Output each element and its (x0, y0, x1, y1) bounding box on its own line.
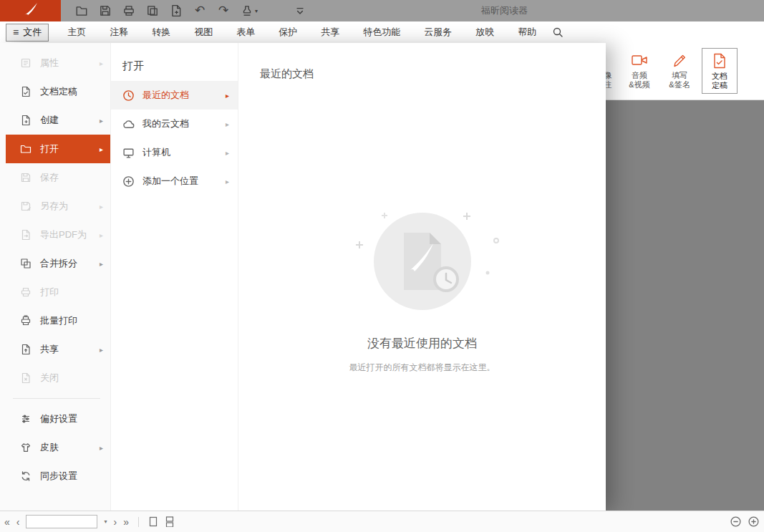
chevron-right-icon: ▸ (226, 178, 229, 185)
undo-icon[interactable]: ↶ (193, 4, 206, 17)
tab-cloud-service[interactable]: 云服务 (424, 26, 452, 39)
file-menu-item-export-pdf[interactable]: 导出PDF为 ▸ (6, 221, 110, 249)
chevron-right-icon: ▸ (100, 346, 103, 354)
item-label: 偏好设置 (40, 412, 77, 425)
item-label: 添加一个位置 (142, 175, 198, 188)
item-label: 另存为 (40, 200, 68, 213)
ribbon-tabs: 主页 注释 转换 视图 表单 保护 共享 特色功能 云服务 放映 帮助 (67, 26, 536, 39)
page-dropdown-caret-icon[interactable]: ▾ (104, 518, 107, 525)
tab-help[interactable]: 帮助 (518, 26, 536, 39)
zoom-out-button[interactable] (730, 516, 742, 528)
ribbon-button-label: &视频 (629, 80, 649, 90)
new-document-icon[interactable] (170, 4, 183, 17)
ribbon-button-label: 音频 (632, 71, 647, 80)
copy-document-icon[interactable] (146, 4, 159, 17)
tab-home[interactable]: 主页 (67, 26, 86, 39)
file-menu-item-save[interactable]: 保存 (6, 163, 110, 192)
save-icon[interactable] (99, 4, 112, 17)
item-label: 打印 (40, 286, 59, 299)
file-menu-item-properties[interactable]: 属性 ▸ (6, 49, 110, 77)
tab-view[interactable]: 视图 (194, 26, 213, 39)
file-menu-item-share[interactable]: 共享 ▸ (6, 335, 110, 364)
preferences-icon (20, 413, 32, 425)
item-label: 合并拆分 (40, 257, 77, 270)
file-menu-item-print[interactable]: 打印 (6, 278, 110, 306)
caret-down-icon: ▾ (255, 8, 258, 14)
add-place-icon (122, 175, 135, 188)
file-menu-overlay: 属性 ▸ 文档定稿 创建 ▸ 打开 ▸ 保存 (0, 43, 606, 511)
chevron-right-icon: ▸ (226, 120, 229, 128)
file-menu-item-batch-print[interactable]: 批量打印 (6, 306, 110, 335)
zoom-in-button[interactable] (748, 516, 760, 528)
item-label: 计算机 (142, 146, 170, 159)
file-menu-item-create[interactable]: 创建 ▸ (6, 106, 110, 135)
stamp-tool-dropdown[interactable]: ▾ (241, 4, 258, 17)
chevron-right-icon: ▸ (100, 59, 103, 67)
last-page-button[interactable]: » (123, 517, 129, 527)
prev-page-button[interactable]: ‹ (16, 517, 20, 527)
file-menu-item-skin[interactable]: 皮肤 ▸ (6, 433, 110, 462)
item-label: 创建 (40, 114, 59, 127)
print-icon[interactable] (122, 4, 135, 17)
tab-slideshow[interactable]: 放映 (475, 26, 494, 39)
file-menu-item-close[interactable]: 关闭 (6, 364, 110, 392)
app-window: ↶ ↷ ▾ 福昕阅读器 ≡ 文件 主页 注释 转换 视图 表单 (0, 0, 764, 532)
audio-video-icon (631, 50, 648, 69)
tab-comment[interactable]: 注释 (110, 26, 128, 39)
clock-icon (122, 90, 135, 102)
ribbon-button-label: &签名 (669, 80, 690, 90)
file-menu-item-sync-settings[interactable]: 同步设置 (6, 462, 110, 490)
open-item-cloud-documents[interactable]: 我的云文档 ▸ (111, 110, 238, 138)
batch-print-icon (20, 315, 32, 327)
close-icon (20, 372, 32, 384)
single-page-view-button[interactable] (148, 516, 158, 527)
search-icon[interactable] (552, 26, 564, 38)
tab-convert[interactable]: 转换 (152, 26, 170, 39)
continuous-page-view-button[interactable] (165, 516, 175, 527)
chevron-right-icon: ▸ (100, 117, 103, 125)
open-file-icon[interactable] (75, 4, 88, 17)
merge-split-icon (20, 258, 32, 269)
item-label: 关闭 (40, 372, 59, 385)
share-icon (20, 344, 32, 355)
file-menu-sidebar: 属性 ▸ 文档定稿 创建 ▸ 打开 ▸ 保存 (0, 43, 111, 511)
tab-form[interactable]: 表单 (236, 26, 255, 39)
fill-sign-icon (672, 50, 687, 69)
window-title: 福昕阅读器 (481, 0, 528, 21)
open-item-recent-documents[interactable]: 最近的文档 ▸ (111, 81, 238, 110)
tab-share[interactable]: 共享 (321, 26, 339, 39)
open-panel-title: 打开 (111, 59, 238, 74)
file-menu-item-save-as[interactable]: 另存为 ▸ (6, 192, 110, 221)
doc-finalize-icon (712, 51, 727, 70)
tab-protect[interactable]: 保护 (279, 26, 297, 39)
quick-access-customize-icon[interactable] (294, 4, 306, 17)
redo-icon[interactable]: ↷ (217, 4, 230, 17)
item-label: 批量打印 (40, 314, 77, 327)
ribbon-button-doc-finalize[interactable]: 文档 定稿 (702, 48, 738, 94)
file-menu-item-open[interactable]: 打开 ▸ (6, 135, 110, 163)
tab-special-features[interactable]: 特色功能 (363, 26, 400, 39)
ribbon-button-label: 填写 (672, 71, 687, 80)
item-label: 皮肤 (40, 441, 59, 454)
recent-documents-panel: 最近的文档 (238, 43, 606, 511)
chevron-right-icon: ▸ (226, 92, 229, 100)
file-button-label: 文件 (23, 26, 42, 39)
app-logo-button[interactable] (0, 0, 61, 21)
save-icon (20, 172, 32, 183)
export-pdf-icon (20, 229, 32, 241)
next-page-button[interactable]: › (113, 517, 117, 527)
empty-state-title: 没有最近使用的文档 (367, 335, 477, 352)
file-menu-item-preferences[interactable]: 偏好设置 (6, 405, 110, 433)
chevron-right-icon: ▸ (226, 149, 229, 157)
file-menu-item-merge-split[interactable]: 合并拆分 ▸ (6, 249, 110, 278)
file-menu-button[interactable]: ≡ 文件 (6, 24, 49, 42)
page-number-input[interactable] (26, 515, 97, 528)
first-page-button[interactable]: « (4, 517, 10, 527)
ribbon-button-fill-sign[interactable]: 填写 &签名 (662, 48, 697, 94)
ribbon-button-audio-video[interactable]: 音频 &视频 (622, 48, 657, 94)
save-as-icon (20, 200, 32, 212)
open-item-add-place[interactable]: 添加一个位置 ▸ (111, 167, 238, 195)
computer-icon (122, 147, 135, 159)
file-menu-item-doc-finalize[interactable]: 文档定稿 (6, 77, 110, 106)
open-item-computer[interactable]: 计算机 ▸ (111, 138, 238, 167)
